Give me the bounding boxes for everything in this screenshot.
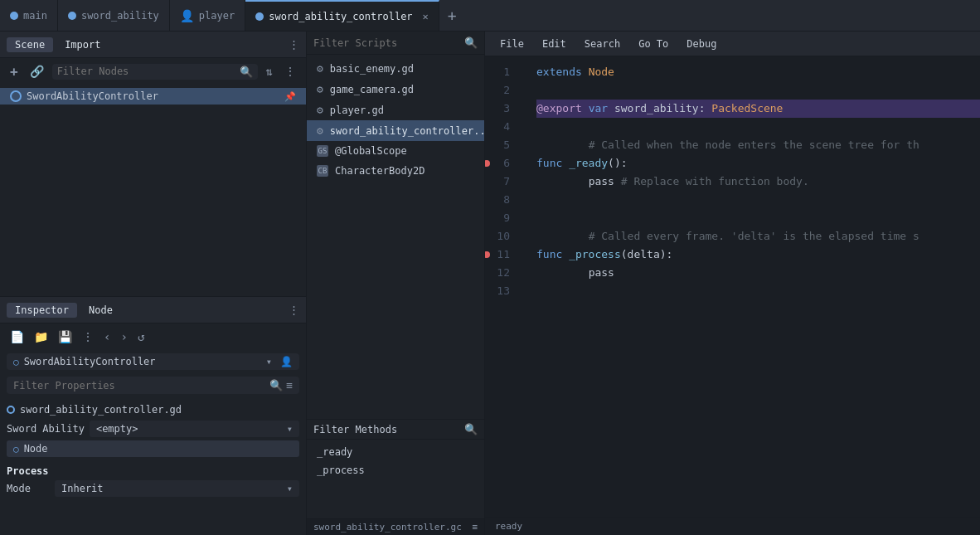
player-icon: 👤: [180, 9, 194, 22]
script-item-sword-ability-controller[interactable]: ⚙ sword_ability_controller....: [307, 120, 484, 141]
nav-fwd-icon[interactable]: ›: [117, 328, 130, 345]
filter-properties-sort-icon: ≡: [286, 379, 293, 392]
script-item-basic-enemy[interactable]: ⚙ basic_enemy.gd: [307, 58, 484, 79]
script-item-label-global: @GlobalScope: [335, 145, 407, 157]
status-text: ready: [495, 521, 522, 532]
method-process[interactable]: _process: [307, 461, 484, 479]
mode-value[interactable]: Inherit ▾: [55, 480, 299, 497]
node-selector-label: SwordAbilityController: [24, 356, 156, 367]
tab-sword-ability-label: sword_ability: [81, 10, 159, 22]
scene-sort-icon[interactable]: ⇅: [263, 63, 276, 80]
nav-back-icon[interactable]: ‹: [100, 328, 114, 345]
script-footer: sword_ability_controller.gc ≡: [307, 518, 484, 535]
menu-debug[interactable]: Debug: [678, 36, 725, 52]
tab-main-icon: [10, 12, 18, 20]
scene-panel-tabs: Scene Import ⋮: [0, 32, 306, 58]
scene-options-icon[interactable]: ⋮: [289, 38, 299, 51]
scene-tab[interactable]: Scene: [7, 37, 53, 52]
add-node-button[interactable]: +: [7, 62, 22, 81]
gear-icon-game-camera: ⚙: [317, 83, 323, 95]
menu-search[interactable]: Search: [576, 36, 628, 52]
line-numbers: 1 2 3 4 5 ▾ 6 7 8 9 10 ▾ 11 12: [485, 56, 526, 517]
code-line-6: func _ready():: [536, 154, 980, 173]
menu-edit[interactable]: Edit: [534, 36, 575, 52]
scope-icon-character: CB: [317, 165, 328, 177]
script-item-character-body[interactable]: CB CharacterBody2D: [307, 161, 484, 181]
menu-file[interactable]: File: [492, 36, 532, 52]
code-line-9: [536, 209, 980, 227]
scene-more-icon[interactable]: ⋮: [281, 63, 299, 80]
script-item-label-sac: sword_ability_controller....: [330, 125, 484, 137]
script-item-label-player: player.gd: [330, 105, 384, 116]
script-item-global-scope[interactable]: GS @GlobalScope: [307, 141, 484, 161]
node-option[interactable]: ○ Node: [7, 440, 299, 457]
tree-item-sword-ability-controller[interactable]: SwordAbilityController 📌: [0, 88, 306, 105]
scene-panel: Scene Import ⋮ + 🔗 🔍 ⇅ ⋮ SwordAbilityCon…: [0, 32, 306, 297]
mode-value-text: Inherit: [61, 483, 104, 494]
tab-sword-ability-icon: [68, 12, 76, 20]
code-line-4: [536, 118, 980, 136]
code-line-3: @export var sword_ability: PackedScene: [536, 100, 980, 118]
code-line-10: # Called every frame. 'delta' is the ela…: [536, 227, 980, 246]
menu-goto[interactable]: Go To: [630, 36, 677, 52]
inspector-toolbar: 📄 📁 💾 ⋮ ‹ › ↺: [0, 323, 306, 350]
code-line-1: extends Node: [536, 63, 980, 81]
line-num-8: 8: [485, 191, 517, 209]
tab-sword-ability[interactable]: sword_ability: [58, 0, 170, 31]
tab-add-button[interactable]: +: [439, 7, 465, 24]
code-line-7: pass # Replace with function body.: [536, 173, 980, 191]
script-item-player[interactable]: ⚙ player.gd: [307, 100, 484, 120]
inspector-more-icon[interactable]: ⋮: [79, 328, 97, 345]
scope-icon-global: GS: [317, 145, 328, 157]
method-ready[interactable]: _ready: [307, 443, 484, 461]
inspector-options-icon[interactable]: ⋮: [289, 304, 299, 316]
breakpoint-6: [485, 160, 490, 167]
script-item-game-camera[interactable]: ⚙ game_camera.gd: [307, 79, 484, 100]
left-panel: Scene Import ⋮ + 🔗 🔍 ⇅ ⋮ SwordAbilityCon…: [0, 32, 307, 535]
line-num-6: ▾ 6: [485, 154, 517, 173]
sword-ability-label: Sword Ability: [7, 423, 85, 435]
link-button[interactable]: 🔗: [27, 63, 47, 80]
script-filter-bar: 🔍: [307, 32, 484, 55]
node-selector[interactable]: ○ SwordAbilityController ▾ 👤: [7, 353, 299, 370]
refresh-icon[interactable]: ↺: [134, 328, 148, 345]
node-tab[interactable]: Node: [80, 303, 121, 318]
node-selector-arrow: ▾: [266, 356, 272, 367]
filter-properties-search-icon: 🔍: [269, 379, 283, 392]
mode-label: Mode: [7, 483, 48, 494]
tab-bar: main sword_ability 👤 player sword_abilit…: [0, 0, 980, 32]
node-selector-icon: ○: [13, 357, 19, 367]
inspector-tab[interactable]: Inspector: [7, 303, 77, 318]
save-icon[interactable]: 💾: [55, 328, 75, 345]
node-option-label: Node: [24, 443, 48, 455]
script-property-section: sword_ability_controller.gd Sword Abilit…: [0, 397, 306, 460]
filter-scripts-input[interactable]: [313, 37, 461, 49]
methods-search-icon: 🔍: [464, 423, 478, 435]
code-area[interactable]: extends Node @export var sword_ability: …: [526, 56, 980, 517]
tab-sword-ability-controller[interactable]: sword_ability_controller ✕: [245, 0, 439, 31]
sword-ability-value[interactable]: <empty> ▾: [90, 421, 299, 437]
script-footer-icon[interactable]: ≡: [472, 522, 478, 533]
new-script-icon[interactable]: 📄: [7, 328, 27, 345]
line-num-10: 10: [485, 227, 517, 246]
tab-main-label: main: [23, 10, 47, 22]
line-num-2: 2: [485, 81, 517, 100]
tab-main[interactable]: main: [0, 0, 58, 31]
open-folder-icon[interactable]: 📁: [31, 328, 51, 345]
sword-ability-property-row: Sword Ability <empty> ▾: [7, 419, 299, 439]
line-num-7: 7: [485, 173, 517, 191]
breakpoint-11: [485, 251, 490, 258]
script-item-label-character: CharacterBody2D: [335, 165, 425, 177]
tab-player[interactable]: 👤 player: [170, 0, 245, 31]
status-bar: ready: [485, 517, 980, 535]
node-selector-person-icon: 👤: [280, 356, 293, 367]
tab-close-icon[interactable]: ✕: [423, 11, 429, 22]
filter-nodes-search-icon: 🔍: [240, 66, 253, 78]
filter-nodes-input[interactable]: [57, 66, 236, 77]
filter-properties-input[interactable]: [13, 380, 266, 392]
code-line-11: func _process(delta):: [536, 246, 980, 264]
tab-player-label: player: [199, 10, 235, 22]
import-tab[interactable]: Import: [56, 37, 109, 52]
script-item-label-basic-enemy: basic_enemy.gd: [330, 63, 414, 75]
code-content: 1 2 3 4 5 ▾ 6 7 8 9 10 ▾ 11 12: [485, 56, 980, 517]
